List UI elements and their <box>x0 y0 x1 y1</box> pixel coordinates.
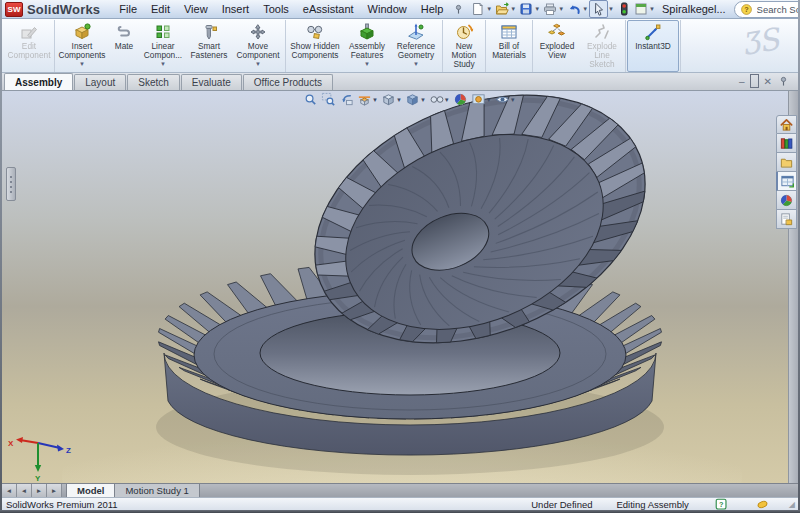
tags-icon[interactable] <box>756 498 769 511</box>
assembly-features-button[interactable]: Assembly Features▼ <box>343 20 391 72</box>
menu-help[interactable]: Help <box>414 2 451 16</box>
apply-scene-button[interactable]: ▼ <box>470 92 493 107</box>
document-restore-button[interactable] <box>750 75 759 87</box>
dropdown-arrow-icon[interactable]: ▼ <box>160 61 166 68</box>
tab-sketch[interactable]: Sketch <box>127 74 180 90</box>
graphics-area[interactable]: X Z Y ▼▼▼▼▼▼ <box>2 91 788 483</box>
display-options-icon[interactable] <box>632 1 649 17</box>
view-orientation-icon <box>381 92 396 107</box>
linear-pattern-button[interactable]: Linear Compon...▼ <box>140 20 186 72</box>
document-close-button[interactable]: ✕ <box>764 75 772 87</box>
ribbon-button-label: Bill of Materials <box>489 42 529 60</box>
save-icon[interactable] <box>517 1 534 17</box>
tab-assembly[interactable]: Assembly <box>4 73 73 90</box>
dropdown-arrow-icon[interactable]: ▼ <box>255 61 261 68</box>
reference-geometry-button[interactable]: Reference Geometry▼ <box>391 20 441 72</box>
hide-show-items-dropdown-icon[interactable]: ▼ <box>444 97 450 103</box>
search-input[interactable]: Search SolidWorks Help <box>757 4 800 15</box>
bill-of-materials-button[interactable]: Bill of Materials <box>487 20 531 72</box>
bottom-tab-model[interactable]: Model <box>66 484 115 497</box>
insert-components-button[interactable]: Insert Components▼ <box>56 20 108 72</box>
taskpane-view-palette-button[interactable] <box>776 172 797 191</box>
tab-nav-prev-button[interactable]: ◄ <box>17 484 32 497</box>
apply-scene-dropdown-icon[interactable]: ▼ <box>486 97 492 103</box>
save-dropdown-icon[interactable]: ▼ <box>534 6 540 12</box>
edit-appearance-button[interactable] <box>452 92 469 107</box>
constraint-state-label: Under Defined <box>519 499 604 510</box>
document-minimize-button[interactable]: – <box>739 75 745 87</box>
configuration-tab-bar: ◄◄►►ModelMotion Study 1 <box>2 483 798 497</box>
select-dropdown-icon[interactable]: ▼ <box>608 6 614 12</box>
bottom-tab-motion-study-1[interactable]: Motion Study 1 <box>115 484 199 497</box>
taskpane-solidworks-resources-button[interactable] <box>776 115 797 134</box>
svg-text:?: ? <box>719 499 724 508</box>
move-component-icon <box>248 22 268 42</box>
section-view-button[interactable]: ▼ <box>356 92 379 107</box>
taskpane-custom-properties-button[interactable] <box>776 210 797 229</box>
undo-dropdown-icon[interactable]: ▼ <box>582 6 588 12</box>
zoom-to-fit-button[interactable] <box>302 92 319 107</box>
menu-window[interactable]: Window <box>361 2 414 16</box>
menu-tools[interactable]: Tools <box>256 2 296 16</box>
quick-tips-icon[interactable]: ? <box>715 498 728 511</box>
print-dropdown-icon[interactable]: ▼ <box>558 6 564 12</box>
view-orientation-button[interactable]: ▼ <box>380 92 403 107</box>
tab-evaluate[interactable]: Evaluate <box>181 74 242 90</box>
view-settings-dropdown-icon[interactable]: ▼ <box>510 97 516 103</box>
tab-nav-last-button[interactable]: ► <box>47 484 62 497</box>
document-window-controls: – ✕ <box>739 75 790 87</box>
mate-button[interactable]: Mate <box>108 20 140 72</box>
menu-pin-icon[interactable] <box>452 3 465 16</box>
new-motion-study-icon <box>454 22 474 42</box>
resize-grip[interactable]: ◢ <box>789 500 794 509</box>
tab-nav-first-button[interactable]: ◄ <box>2 484 17 497</box>
print-icon[interactable] <box>541 1 558 17</box>
view-orientation-dropdown-icon[interactable]: ▼ <box>396 97 402 103</box>
status-bar: SolidWorks Premium 2011 Under Defined Ed… <box>2 497 798 510</box>
ribbon-group: Bill of Materials <box>486 20 533 72</box>
section-view-dropdown-icon[interactable]: ▼ <box>372 97 378 103</box>
show-hidden-components-button[interactable]: Show Hidden Components <box>287 20 343 72</box>
taskpane-pin-icon[interactable] <box>777 75 790 87</box>
taskpane-file-explorer-button[interactable] <box>776 153 797 172</box>
hide-show-items-button[interactable]: ▼ <box>428 92 451 107</box>
new-document-dropdown-icon[interactable]: ▼ <box>486 6 492 12</box>
taskpane-design-library-button[interactable] <box>776 134 797 153</box>
instant3d-button[interactable]: Instant3D <box>627 20 679 72</box>
open-dropdown-icon[interactable]: ▼ <box>510 6 516 12</box>
display-options-dropdown-icon[interactable]: ▼ <box>649 6 655 12</box>
display-style-dropdown-icon[interactable]: ▼ <box>420 97 426 103</box>
tab-office-products[interactable]: Office Products <box>243 74 333 90</box>
previous-view-button[interactable] <box>338 92 355 107</box>
tab-nav-next-button[interactable]: ► <box>32 484 47 497</box>
exploded-view-button[interactable]: Exploded View <box>534 20 580 72</box>
display-style-button[interactable]: ▼ <box>404 92 427 107</box>
dropdown-arrow-icon[interactable]: ▼ <box>364 61 370 68</box>
open-icon[interactable] <box>493 1 510 17</box>
rebuild-traffic-light-icon[interactable] <box>615 1 632 17</box>
new-document-icon[interactable] <box>469 1 486 17</box>
show-hidden-components-icon <box>305 22 325 42</box>
menu-view[interactable]: View <box>177 2 215 16</box>
move-component-button[interactable]: Move Component▼ <box>232 20 284 72</box>
dropdown-arrow-icon[interactable]: ▼ <box>413 61 419 68</box>
undo-icon[interactable] <box>565 1 582 17</box>
feature-tree-splitter-handle[interactable] <box>6 167 16 201</box>
zoom-to-area-button[interactable] <box>320 92 337 107</box>
ribbon-button-label: Linear Compon... <box>142 42 184 60</box>
select-icon[interactable] <box>589 0 608 18</box>
view-settings-button[interactable]: ▼ <box>494 92 517 107</box>
menu-file[interactable]: File <box>112 2 144 16</box>
reference-geometry-icon <box>406 22 426 42</box>
search-box[interactable]: ? Search SolidWorks Help ▼ <box>734 1 800 18</box>
new-motion-study-button[interactable]: New Motion Study <box>444 20 484 72</box>
menu-edit[interactable]: Edit <box>144 2 177 16</box>
dropdown-arrow-icon[interactable]: ▼ <box>79 61 85 68</box>
edit-component-button: Edit Component <box>5 20 53 72</box>
taskpane-appearances-scenes-button[interactable] <box>776 191 797 210</box>
ribbon-group: Edit Component <box>4 20 55 72</box>
menu-insert[interactable]: Insert <box>215 2 257 16</box>
menu-eassistant[interactable]: eAssistant <box>296 2 361 16</box>
smart-fasteners-button[interactable]: Smart Fasteners <box>186 20 232 72</box>
tab-layout[interactable]: Layout <box>74 74 126 90</box>
